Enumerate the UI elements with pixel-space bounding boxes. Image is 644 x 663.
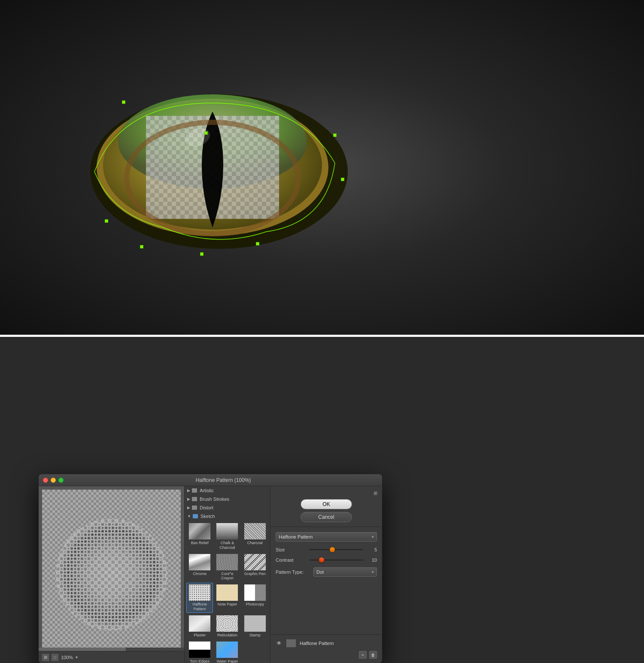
bas-relief-label: Bas Relief (191, 541, 209, 545)
preview-fit-button[interactable]: ⊞ (42, 654, 49, 661)
water-paper-label: Water Paper (216, 659, 238, 663)
filter-name-dropdown: Halftone Pattern ▾ (276, 532, 377, 542)
layer-visibility-toggle[interactable]: 👁 (276, 640, 283, 647)
handle-bottom-center[interactable] (200, 252, 204, 256)
handle-bottom-left[interactable] (140, 245, 143, 248)
size-slider-track (309, 549, 363, 550)
preview-scrollbar[interactable] (39, 648, 184, 651)
filter-charcoal[interactable]: Charcoal (242, 521, 268, 551)
chalk-charcoal-thumb (216, 523, 238, 540)
sketch-filter-grid: Bas Relief Chalk & Charcoal Charcoal Chr… (185, 521, 270, 663)
handle-top-right[interactable] (333, 133, 337, 137)
filter-plaster[interactable]: Plaster (186, 614, 213, 639)
halftone-dialog: Halftone Pattern (100%) (39, 474, 382, 663)
handle-right-middle[interactable] (341, 178, 344, 181)
expand-icon[interactable]: ⊞ (372, 490, 379, 496)
controls-pane: ⊞ OK Cancel Halftone Pattern ▾ Size (270, 486, 382, 663)
filter-reticulation[interactable]: Reticulation (214, 614, 240, 639)
eye-container (86, 69, 352, 257)
filter-bas-relief[interactable]: Bas Relief (186, 521, 213, 551)
svg-point-19 (56, 519, 167, 630)
pattern-type-value: Dot (316, 569, 324, 575)
reticulation-label: Reticulation (217, 633, 237, 638)
size-slider-thumb[interactable] (330, 547, 335, 552)
brush-strokes-folder-icon (192, 497, 197, 501)
layer-thumbnail (286, 639, 296, 648)
dialog-body: ⊞ □ 100% ▾ ▶ Artistic ▶ Brush Strokes (39, 486, 382, 663)
filter-photocopy[interactable]: Photocopy (242, 583, 268, 613)
plaster-label: Plaster (194, 633, 206, 638)
size-control-row: Size 5 (276, 547, 377, 553)
filter-torn-edges[interactable]: Torn Edges (186, 640, 213, 663)
sketch-folder-icon (193, 514, 198, 518)
contrast-slider-track (309, 560, 363, 560)
ok-button[interactable]: OK (301, 499, 352, 509)
add-layer-button[interactable]: + (359, 651, 367, 659)
filter-conte-crayon[interactable]: Cont^e Crayon (214, 552, 240, 582)
filter-graphic-pen[interactable]: Graphic Pen (242, 552, 268, 582)
pattern-type-arrow: ▾ (372, 570, 374, 574)
filter-halftone-pattern[interactable]: Halftone Pattern (186, 583, 213, 613)
preview-actual-button[interactable]: □ (52, 654, 58, 661)
filter-name-arrow: ▾ (372, 535, 374, 539)
preview-scrollbar-thumb[interactable] (39, 648, 126, 651)
charcoal-thumb (244, 523, 266, 540)
category-sketch[interactable]: ▼ Sketch (185, 512, 270, 521)
conte-crayon-label: Cont^e Crayon (215, 572, 239, 581)
handle-top-center[interactable] (204, 131, 208, 135)
bas-relief-thumb (188, 523, 211, 540)
preview-svg (49, 512, 174, 637)
preview-zoom-display: 100% (61, 655, 73, 660)
chrome-thumb (188, 554, 211, 571)
sketch-expand-icon: ▼ (187, 514, 191, 518)
dialog-title: Halftone Pattern (100%) (69, 477, 378, 483)
pattern-type-row: Pattern Type: Dot ▾ (276, 567, 377, 577)
distort-label: Distort (200, 505, 213, 510)
contrast-control-row: Contrast 10 (276, 557, 377, 563)
photocopy-thumb (244, 584, 266, 601)
category-distort[interactable]: ▶ Distort (185, 503, 270, 512)
close-button[interactable] (43, 478, 48, 483)
size-value: 5 (367, 547, 377, 552)
pattern-type-label: Pattern Type: (276, 569, 310, 575)
artistic-expand-icon: ▶ (187, 488, 190, 493)
filter-list-pane: ▶ Artistic ▶ Brush Strokes ▶ Distort ▼ S… (185, 486, 270, 663)
filter-name-select[interactable]: Halftone Pattern ▾ (276, 532, 377, 542)
preview-canvas (42, 490, 181, 660)
canvas-area (0, 0, 644, 335)
size-label: Size (276, 547, 306, 552)
preview-zoom-arrow[interactable]: ▾ (76, 655, 78, 660)
contrast-slider-area (309, 557, 363, 563)
contrast-slider-thumb[interactable] (319, 557, 324, 563)
filter-water-paper[interactable]: Water Paper (214, 640, 240, 663)
filter-note-paper[interactable]: Note Paper (214, 583, 240, 613)
category-brush-strokes[interactable]: ▶ Brush Strokes (185, 495, 270, 503)
handle-left-lower[interactable] (105, 219, 108, 223)
contrast-value: 10 (367, 557, 377, 563)
filter-stamp[interactable]: Stamp (242, 614, 268, 639)
photocopy-label: Photocopy (246, 602, 264, 607)
brush-strokes-expand-icon: ▶ (187, 497, 190, 501)
cancel-button[interactable]: Cancel (301, 512, 352, 522)
conte-crayon-thumb (216, 554, 238, 571)
stamp-thumb (244, 615, 266, 632)
handle-bottom-right[interactable] (256, 242, 259, 245)
preview-effect (49, 512, 174, 637)
separator (0, 335, 644, 337)
controls-top: OK Cancel (270, 486, 382, 527)
charcoal-label: Charcoal (247, 541, 263, 545)
brush-strokes-label: Brush Strokes (200, 496, 229, 502)
stamp-label: Stamp (249, 633, 261, 638)
filter-chrome[interactable]: Chrome (186, 552, 213, 582)
handle-left-upper[interactable] (122, 100, 125, 104)
minimize-button[interactable] (51, 478, 56, 483)
torn-edges-thumb (188, 641, 211, 658)
category-artistic[interactable]: ▶ Artistic (185, 486, 270, 495)
filter-chalk-charcoal[interactable]: Chalk & Charcoal (214, 521, 240, 551)
graphic-pen-label: Graphic Pen (244, 572, 266, 576)
maximize-button[interactable] (58, 478, 64, 483)
pattern-type-select[interactable]: Dot ▾ (313, 567, 377, 577)
delete-layer-button[interactable]: 🗑 (369, 651, 377, 659)
halftone-thumb (188, 584, 211, 601)
note-paper-thumb (216, 584, 238, 601)
